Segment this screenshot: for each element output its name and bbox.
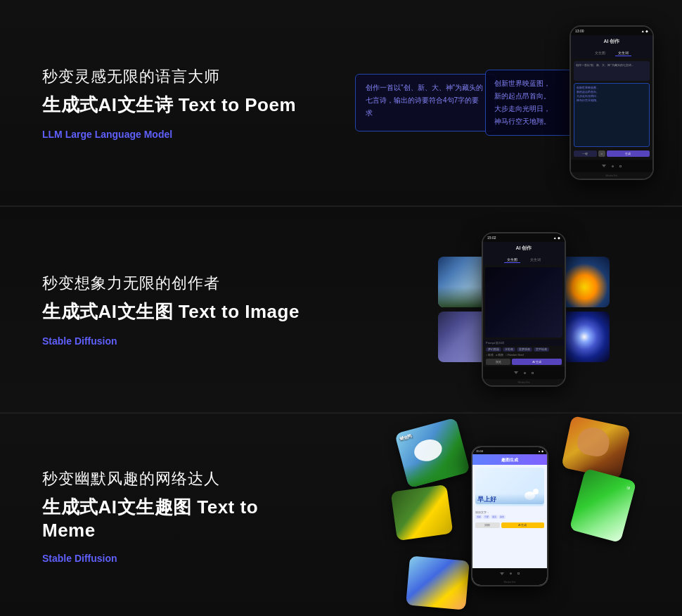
poem-back-btn[interactable] (602, 165, 606, 167)
meme-recent-btn[interactable] (517, 572, 520, 575)
meme-back-btn[interactable] (500, 572, 504, 575)
image-generate-btn[interactable]: AI 生成 (512, 359, 562, 365)
image-home-btn[interactable] (524, 372, 526, 374)
image-opt-2[interactable]: ● 精致 (496, 354, 503, 357)
meme-status-icons: ▲ ◆ (538, 449, 543, 453)
meme-mediatek: MediaTek (472, 579, 547, 585)
img-card-sun (559, 257, 610, 307)
poem-phone-tabs: 文生图 文生词 (571, 48, 652, 58)
image-badge: Stable Diffusion (42, 335, 309, 347)
image-recent-btn[interactable] (532, 372, 534, 374)
image-title: 生成式AI文生图 Text to Image (42, 300, 309, 324)
poem-phone-content: 创作一首以"创、新、大、神"为藏头的七言诗... 创新世界映蓝图，新的起点昂首向… (571, 58, 652, 160)
poem-tab1[interactable]: 文生图 (592, 50, 608, 56)
meme-card-duck: 鳡鱼鸭 (394, 418, 470, 489)
poem-subtitle: 秒变灵感无限的语言大师 (42, 66, 309, 87)
image-tab1[interactable]: 文生图 (504, 257, 520, 263)
poem-bottom-bar (571, 160, 652, 172)
image-mediatek: MediaTek (483, 379, 565, 385)
poem-status-time: 13:00 (575, 29, 584, 33)
poem-home-btn[interactable] (612, 165, 614, 167)
poem-recent-btn[interactable] (619, 165, 622, 167)
poem-input-display: 创作一首以"创、新、大、神"为藏头的七言诗... (574, 61, 650, 81)
image-bottom-bar (483, 366, 565, 379)
meme-prompt-section: 添加文字： 清新 可爱 朋克 搞笑 (472, 509, 547, 521)
poem-gen-btn[interactable]: 生成 (607, 150, 650, 157)
meme-nature-text: 绿 (628, 483, 632, 485)
image-phone-header: AI 创作 (483, 242, 565, 255)
poem-phone-screen: 13:00 ▲ ◆ AI 创作 文生图 文生词 创作一首以"创、新、大、神"为藏… (571, 27, 652, 179)
meme-style-btn-1[interactable]: 可爱 (483, 515, 490, 519)
poem-visual-wrap: 创作一首以"创、新、大、神"为藏头的七言诗，输出的诗要符合4句7字的要求 创新世… (355, 25, 654, 180)
meme-style-buttons: 清新 可爱 朋克 搞笑 (475, 514, 544, 520)
meme-style-btn-3[interactable]: 搞笑 (498, 515, 506, 519)
section-poem: 秒变灵感无限的语言大师 生成式AI文生诗 Text to Poem LLM La… (0, 0, 682, 206)
image-text-content: 秒变想象力无限的创作者 生成式AI文生图 Text to Image Stabl… (0, 245, 352, 375)
meme-phone-screen: 15:04 ▲ ◆ 趣图生成 早上好 (472, 447, 547, 585)
section-image: 秒变想象力无限的创作者 生成式AI文生图 Text to Image Stabl… (0, 207, 682, 413)
meme-phone: 15:04 ▲ ◆ 趣图生成 早上好 (471, 446, 548, 586)
meme-nature-text2: 长 (614, 537, 618, 539)
image-phone-body: 15:02 ▲ ◆ AI 创作 文生图 文生词 Prompt 提示词 梦幻图题 … (482, 232, 566, 387)
meme-home-btn[interactable] (510, 572, 512, 575)
meme-card-beach (406, 556, 470, 610)
image-preview-btn[interactable]: 预览 (486, 359, 510, 365)
poem-copy-btn[interactable]: ○ (598, 150, 605, 157)
image-prompt-label: Prompt 提示词 (486, 341, 562, 345)
meme-visual: 鳡鱼鸭 绿 长 15:04 ▲ ◆ (352, 413, 682, 616)
meme-action-row: 清除 AI 生成 (472, 521, 547, 530)
poem-info-box: 创作一首以"创、新、大、神"为藏头的七言诗，输出的诗要符合4句7字的要求 (355, 74, 496, 131)
meme-status-time: 15:04 (476, 449, 483, 453)
poem-tab2[interactable]: 文生词 (615, 50, 631, 56)
poem-regen-btn[interactable]: 一键 (574, 150, 597, 157)
section-meme: 秒变幽默风趣的网络达人 生成式AI文生趣图 Text to Meme Stabl… (0, 413, 682, 616)
poem-phone-header: AI 创作 (571, 35, 652, 48)
image-btn-2[interactable]: 水彩画 (503, 347, 515, 352)
image-status-icons: ▲ ◆ (553, 236, 560, 240)
image-btn-4[interactable]: 宫平绘画 (534, 347, 549, 352)
meme-bottom-nav (472, 568, 547, 579)
image-style-buttons: 梦幻图题 水彩画 星梦插画 宫平绘画 (483, 346, 565, 353)
image-phone-screen: 15:02 ▲ ◆ AI 创作 文生图 文生词 Prompt 提示词 梦幻图题 … (483, 233, 565, 385)
meme-style-btn-2[interactable]: 朋克 (491, 515, 498, 519)
image-back-btn[interactable] (514, 371, 518, 374)
img-card-vortex (559, 312, 610, 362)
poem-phone: 13:00 ▲ ◆ AI 创作 文生图 文生词 创作一首以"创、新、大、神"为藏… (570, 25, 654, 180)
meme-card-nature: 绿 长 (570, 468, 637, 543)
meme-greeting-text: 早上好 (477, 495, 496, 504)
image-opt-1[interactable]: ○ 标准 (486, 354, 494, 357)
image-btn-3[interactable]: 星梦插画 (517, 347, 532, 352)
meme-cards-container: 鳡鱼鸭 绿 长 15:04 ▲ ◆ (387, 418, 633, 615)
image-status-time: 15:02 (487, 236, 496, 240)
poem-status-bar: 13:00 ▲ ◆ (571, 27, 652, 35)
meme-clear-btn[interactable]: 清除 (475, 522, 500, 528)
meme-duck-label: 鳡鱼鸭 (399, 433, 413, 442)
image-status-bar: 15:02 ▲ ◆ (483, 233, 565, 242)
meme-subtitle: 秒变幽默风趣的网络达人 (42, 468, 309, 489)
right-card-group (559, 257, 610, 362)
poem-status-icons: ▲ ◆ (641, 29, 648, 33)
image-tab2[interactable]: 文生词 (527, 257, 543, 263)
meme-card-corgi (561, 416, 631, 480)
meme-generate-btn[interactable]: AI 生成 (501, 522, 544, 528)
image-phone: 15:02 ▲ ◆ AI 创作 文生图 文生词 Prompt 提示词 梦幻图题 … (482, 232, 566, 387)
meme-style-btn-0[interactable]: 清新 (475, 515, 482, 519)
poem-output-box: 创新世界映蓝图，新的起点昂首向。大步走向光明日，神马行空天地翔。 (485, 70, 577, 136)
meme-title: 生成式AI文生趣图 Text to Meme (42, 495, 309, 541)
poem-mediatek: MediaTek (571, 172, 652, 179)
image-prompt-area: Prompt 提示词 (483, 340, 565, 346)
image-phone-tabs: 文生图 文生词 (483, 255, 565, 265)
meme-greeting-card: 早上好 (475, 468, 544, 506)
image-visual: 15:02 ▲ ◆ AI 创作 文生图 文生词 Prompt 提示词 梦幻图题 … (352, 207, 682, 412)
meme-badge: Stable Diffusion (42, 553, 309, 564)
poem-text-content: 秒变灵感无限的语言大师 生成式AI文生诗 Text to Poem LLM La… (0, 38, 352, 168)
image-opt-3[interactable]: □ Random Seed (506, 354, 523, 357)
poem-info-title: 创作一首以"创、新、大、神"为藏头的七言诗，输出的诗要符合4句7字的要求 (366, 82, 485, 120)
poem-visual: 创作一首以"创、新、大、神"为藏头的七言诗，输出的诗要符合4句7字的要求 创新世… (352, 0, 682, 205)
meme-text-content: 秒变幽默风趣的网络达人 生成式AI文生趣图 Text to Meme Stabl… (0, 440, 352, 592)
image-subtitle: 秒变想象力无限的创作者 (42, 273, 309, 294)
image-btn-1[interactable]: 梦幻图题 (486, 347, 501, 352)
poem-action-row: 一键 ○ 生成 (574, 150, 650, 157)
poem-title: 生成式AI文生诗 Text to Poem (42, 93, 309, 117)
meme-phone-header: 趣图生成 (472, 454, 547, 465)
